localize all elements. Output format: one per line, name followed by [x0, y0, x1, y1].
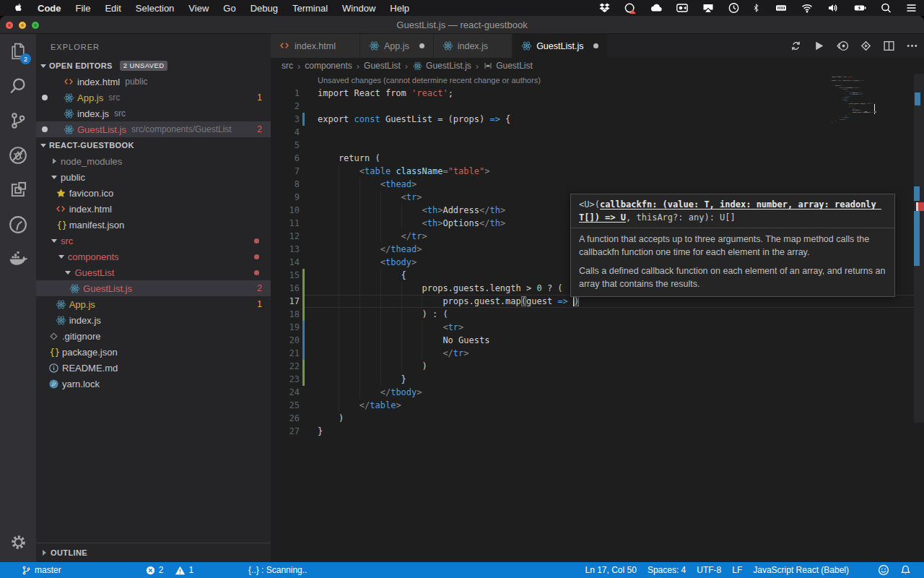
volume-icon[interactable]: [827, 2, 840, 14]
project-section-header[interactable]: REACT-GUESTBOOK: [36, 137, 271, 153]
activity-gear[interactable]: [0, 527, 36, 556]
code-line-20[interactable]: 20 No Guests: [271, 334, 924, 347]
dropbox-icon[interactable]: [598, 2, 611, 14]
minimap[interactable]: import React from 'react';export const G…: [832, 76, 876, 124]
status-smiley[interactable]: [878, 564, 889, 576]
status-lf[interactable]: LF: [732, 565, 742, 575]
code-line-4[interactable]: 4: [271, 126, 924, 139]
code-line-2[interactable]: 2: [271, 100, 924, 113]
tree-folder-GuestList[interactable]: GuestList: [36, 264, 271, 280]
code-line-23[interactable]: 23 }: [271, 373, 924, 386]
menu-code[interactable]: Code: [30, 3, 69, 14]
code-line-7[interactable]: 7 <table className="table">: [271, 165, 924, 178]
screen-record-icon[interactable]: [676, 2, 689, 14]
wifi-icon[interactable]: [801, 2, 814, 14]
code-editor[interactable]: Unsaved changes (cannot determine recent…: [271, 74, 924, 562]
breadcrumb-item[interactable]: components: [305, 61, 352, 71]
activity-docker[interactable]: [0, 242, 36, 277]
creative-cloud-icon[interactable]: [624, 2, 637, 14]
status--[interactable]: {..} : Scanning..: [248, 565, 307, 575]
breadcrumb-item[interactable]: GuestList: [364, 61, 401, 71]
tree-file-index.js[interactable]: index.js: [36, 312, 271, 328]
code-line-19[interactable]: 19 <tr>: [271, 321, 924, 334]
tab-GuestList.js[interactable]: GuestList.js: [513, 34, 608, 58]
menu-window[interactable]: Window: [335, 3, 383, 14]
open-editor-item[interactable]: index.htmlpublic: [36, 74, 271, 90]
window-title-bar[interactable]: GuestList.js — react-guestbook: [0, 16, 924, 34]
activity-files[interactable]: 2: [0, 34, 36, 69]
run-diamond-icon[interactable]: [860, 40, 872, 52]
tree-file-.gitignore[interactable]: .gitignore: [36, 328, 271, 344]
overview-ruler[interactable]: [914, 74, 924, 423]
tree-folder-node_modules[interactable]: node_modules: [36, 153, 271, 169]
activity-extensions[interactable]: [0, 173, 36, 207]
ellipsis-icon[interactable]: [906, 40, 918, 52]
preview-icon[interactable]: [836, 40, 849, 52]
code-line-22[interactable]: 22 ): [271, 360, 924, 373]
status-spaces[interactable]: Spaces: 4: [648, 565, 686, 575]
cloud-icon[interactable]: [650, 2, 663, 14]
apple-menu-icon[interactable]: [0, 2, 30, 14]
menu-terminal[interactable]: Terminal: [285, 3, 335, 14]
status-master[interactable]: master: [22, 565, 61, 576]
tree-file-package.json[interactable]: {}package.json: [36, 344, 271, 360]
code-line-8[interactable]: 8 <thead>: [271, 178, 924, 191]
breadcrumb-item[interactable]: src: [282, 61, 293, 71]
play-icon[interactable]: [813, 40, 825, 52]
status-javascript-react-babel-[interactable]: JavaScript React (Babel): [753, 565, 849, 575]
code-line-1[interactable]: 1import React from 'react';: [271, 87, 924, 100]
code-line-24[interactable]: 24 </tbody>: [271, 386, 924, 399]
menu-debug[interactable]: Debug: [243, 3, 285, 14]
activity-gauge[interactable]: [0, 207, 36, 242]
status-2[interactable]: 2: [145, 565, 164, 576]
tree-folder-public[interactable]: public: [36, 169, 271, 185]
status-utf-8[interactable]: UTF-8: [697, 565, 721, 575]
code-line-27[interactable]: 27}: [271, 425, 924, 438]
menu-selection[interactable]: Selection: [128, 3, 181, 14]
tree-file-GuestList.js[interactable]: GuestList.js2: [36, 280, 271, 296]
activity-debug-off[interactable]: [0, 138, 36, 173]
codelens-annotation[interactable]: Unsaved changes (cannot determine recent…: [271, 74, 924, 87]
menu-view[interactable]: View: [181, 3, 216, 14]
tree-file-README.md[interactable]: README.md: [36, 360, 271, 376]
control-list-icon[interactable]: [905, 2, 918, 14]
tree-file-favicon.ico[interactable]: favicon.ico: [36, 185, 271, 201]
code-line-6[interactable]: 6 return (: [271, 152, 924, 165]
menu-go[interactable]: Go: [216, 3, 243, 14]
activity-source-control[interactable]: [0, 103, 36, 138]
tree-folder-src[interactable]: src: [36, 233, 271, 249]
status-bell[interactable]: [900, 564, 911, 576]
open-editor-item[interactable]: index.jssrc: [36, 105, 271, 121]
time-machine-icon[interactable]: [728, 2, 740, 14]
split-icon[interactable]: [883, 40, 895, 52]
spotlight-icon[interactable]: [880, 2, 892, 14]
tree-file-App.js[interactable]: App.js1: [36, 296, 271, 312]
open-editors-header[interactable]: OPEN EDITORS 2 UNSAVED: [36, 58, 271, 74]
tab-index.html[interactable]: index.html: [271, 34, 360, 58]
tree-file-index.html[interactable]: index.html: [36, 201, 271, 217]
tree-file-yarn.lock[interactable]: yarn.lock: [36, 376, 271, 392]
sync-icon[interactable]: [790, 40, 802, 52]
airplay-icon[interactable]: [702, 2, 715, 14]
code-line-26[interactable]: 26 ): [271, 412, 924, 425]
status-ln-17[interactable]: Ln 17, Col 50: [585, 565, 636, 575]
code-line-21[interactable]: 21 </tr>: [271, 347, 924, 360]
code-line-3[interactable]: 3export const GuestList = (props) => {: [271, 113, 924, 126]
tree-folder-components[interactable]: components: [36, 249, 271, 264]
menu-edit[interactable]: Edit: [97, 3, 128, 14]
breadcrumb-item[interactable]: GuestList.js: [412, 61, 471, 72]
breadcrumb-item[interactable]: GuestList: [483, 61, 533, 71]
tab-index.js[interactable]: index.js: [434, 34, 513, 58]
activity-search[interactable]: [0, 69, 36, 103]
keyboard-brightness-icon[interactable]: [775, 2, 788, 14]
open-editor-item[interactable]: GuestList.jssrc/components/GuestList2: [36, 121, 271, 137]
open-editor-item[interactable]: App.jssrc1: [36, 90, 271, 105]
code-line-25[interactable]: 25 </table>: [271, 399, 924, 412]
battery-icon[interactable]: [853, 2, 867, 14]
outline-section-header[interactable]: OUTLINE: [36, 543, 271, 562]
tree-file-manifest.json[interactable]: {}manifest.json: [36, 217, 271, 233]
code-line-18[interactable]: 18 ) : (: [271, 308, 924, 321]
tab-App.js[interactable]: App.js: [360, 34, 434, 58]
status-1[interactable]: 1: [175, 565, 193, 576]
code-line-5[interactable]: 5: [271, 139, 924, 152]
